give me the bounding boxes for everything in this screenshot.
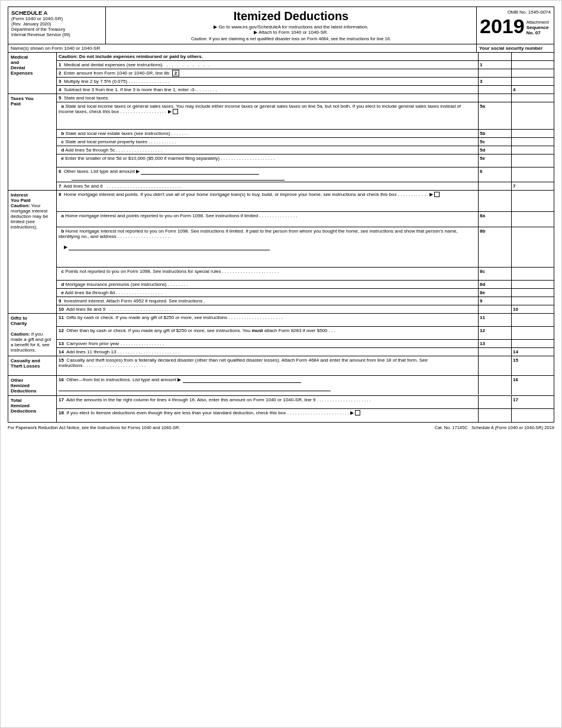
dept-label: Department of the Treasury [11, 27, 102, 32]
other-section-label: OtherItemizedDeductions [8, 376, 57, 395]
paperwork-notice: For Paperwork Reduction Act Notice, see … [8, 425, 180, 430]
gifts-section-label: Gifts toCharity Caution: If you made a g… [8, 314, 57, 356]
caution-header: Caution: If you are claiming a net quali… [109, 36, 473, 41]
form-subtitle: (Form 1040 or 1040-SR) [11, 16, 102, 21]
attach-text: ▶ Attach to Form 1040 or 1040-SR. [109, 30, 473, 35]
attachment-label: Attachment [527, 20, 551, 25]
interest-section-label: InterestYou Paid Caution: Your mortgage … [8, 191, 57, 313]
goto-text: ▶ Go to www.irs.gov/ScheduleA for instru… [109, 24, 473, 30]
line1-text: Medical and dental expenses (see instruc… [64, 62, 210, 67]
year-display: 2019 [480, 16, 525, 36]
main-title: Itemized Deductions [109, 9, 473, 23]
schedule-ref: Schedule A (Form 1040 or 1040-SR) 2019 [471, 425, 554, 430]
irs-label: Internal Revenue Service (99) [11, 32, 102, 37]
cat-no: Cat. No. 17145C [435, 425, 468, 430]
casualty-section-label: Casualty andTheft Losses [8, 356, 57, 375]
medical-section-label: MedicalandDentalExpenses [8, 53, 57, 94]
schedule-title: SCHEDULE A [11, 9, 102, 16]
rev-date: (Rev. January 2020) [11, 21, 102, 27]
sequence-no: Sequence No. 07 [527, 25, 551, 36]
taxes-section-label: Taxes YouPaid [8, 94, 57, 190]
name-label: Name(s) shown on Form 1040 or 1040-SR [11, 46, 474, 51]
ssn-label: Your social security number [479, 46, 551, 51]
medical-caution: Caution: Do not include expenses reimbur… [59, 54, 203, 59]
total-section-label: TotalItemizedDeductions [8, 396, 57, 422]
omb-number: OMB No. 1545-0074 [480, 9, 551, 15]
